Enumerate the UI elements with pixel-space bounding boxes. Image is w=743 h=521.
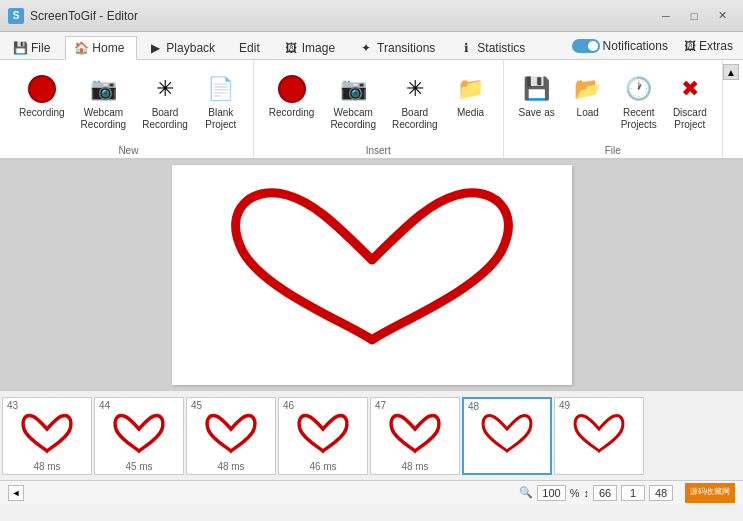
window-controls: ─ □ ✕ — [653, 6, 735, 26]
y-value: 1 — [621, 485, 645, 501]
film-frame-48[interactable]: 48 — [462, 397, 552, 475]
extras-menu[interactable]: 🖼 Extras — [678, 37, 739, 55]
insert-board-icon: ✳ — [399, 73, 431, 105]
file-group-label: File — [605, 141, 621, 156]
extras-label: Extras — [699, 39, 733, 53]
notifications-switch[interactable] — [572, 39, 600, 53]
ribbon-insert-board[interactable]: ✳ BoardRecording — [385, 68, 445, 136]
statistics-tab-label: Statistics — [477, 41, 525, 55]
frame-preview-43 — [17, 411, 77, 461]
ribbon: Recording 📷 WebcamRecording ✳ BoardRecor… — [0, 60, 743, 160]
statusbar: ◄ 🔍 100 % ↕ 66 1 48 源码收藏网 — [0, 480, 743, 504]
home-tab-label: Home — [92, 41, 124, 55]
discard-project-label: DiscardProject — [673, 107, 707, 131]
film-frame-43[interactable]: 43 48 ms — [2, 397, 92, 475]
frame-time-44: 45 ms — [125, 461, 152, 472]
titlebar: S ScreenToGif - Editor ─ □ ✕ — [0, 0, 743, 32]
board-icon: ✳ — [149, 73, 181, 105]
transitions-tab-icon: ✦ — [359, 41, 373, 55]
frame-time-43: 48 ms — [33, 461, 60, 472]
recent-icon: 🕐 — [623, 73, 655, 105]
ribbon-insert-recording[interactable]: Recording — [262, 68, 322, 124]
ribbon-webcam-recording[interactable]: 📷 WebcamRecording — [74, 68, 134, 136]
ribbon-recent-projects[interactable]: 🕐 RecentProjects — [614, 68, 664, 136]
recent-projects-label: RecentProjects — [621, 107, 657, 131]
app-icon: S — [8, 8, 24, 24]
frame-time-46: 46 ms — [309, 461, 336, 472]
minimize-button[interactable]: ─ — [653, 6, 679, 26]
percent-label: % — [570, 487, 580, 499]
frame-preview-44 — [109, 411, 169, 461]
ribbon-media[interactable]: 📁 Media — [447, 68, 495, 124]
tab-statistics[interactable]: ℹ Statistics — [450, 35, 538, 59]
insert-webcam-label: WebcamRecording — [330, 107, 376, 131]
statusbar-zoom: 🔍 100 % ↕ 66 1 48 — [519, 485, 673, 501]
blank-icon: 📄 — [205, 73, 237, 105]
x-value: 66 — [593, 485, 617, 501]
ribbon-recording[interactable]: Recording — [12, 68, 72, 124]
file-tab-icon: 💾 — [13, 41, 27, 55]
maximize-button[interactable]: □ — [681, 6, 707, 26]
image-tab-label: Image — [302, 41, 335, 55]
frame-number-43: 43 — [7, 400, 18, 411]
film-frame-47[interactable]: 47 48 ms — [370, 397, 460, 475]
arrow-icon: ↕ — [584, 487, 590, 499]
statistics-tab-icon: ℹ — [459, 41, 473, 55]
film-frame-44[interactable]: 44 45 ms — [94, 397, 184, 475]
ribbon-load[interactable]: 📂 Load — [564, 68, 612, 124]
ribbon-save-as[interactable]: 💾 Save as — [512, 68, 562, 124]
zoom-icon: 🔍 — [519, 486, 533, 499]
filmstrip: 43 48 ms 44 45 ms 45 48 ms 46 46 ms 47 4… — [0, 390, 743, 480]
film-frame-46[interactable]: 46 46 ms — [278, 397, 368, 475]
watermark-badge: 源码收藏网 — [685, 483, 735, 503]
recording-icon — [26, 73, 58, 105]
notifications-label: Notifications — [603, 39, 668, 53]
insert-recording-icon — [276, 73, 308, 105]
ribbon-discard-project[interactable]: ✖ DiscardProject — [666, 68, 714, 136]
load-icon: 📂 — [572, 73, 604, 105]
menu-right: Notifications 🖼 Extras — [566, 37, 739, 59]
transitions-tab-label: Transitions — [377, 41, 435, 55]
ribbon-file-items: 💾 Save as 📂 Load 🕐 RecentProjects ✖ Disc… — [512, 64, 714, 141]
tab-transitions[interactable]: ✦ Transitions — [350, 35, 448, 59]
frame-preview-49 — [569, 411, 629, 461]
ribbon-group-file: 💾 Save as 📂 Load 🕐 RecentProjects ✖ Disc… — [504, 60, 723, 158]
frame-number-45: 45 — [191, 400, 202, 411]
ribbon-collapse-button[interactable]: ▲ — [723, 64, 739, 80]
insert-recording-label: Recording — [269, 107, 315, 119]
tab-edit[interactable]: Edit — [230, 35, 273, 59]
frame-preview-45 — [201, 411, 261, 461]
ribbon-new-items: Recording 📷 WebcamRecording ✳ BoardRecor… — [12, 64, 245, 141]
ribbon-board-recording[interactable]: ✳ BoardRecording — [135, 68, 195, 136]
file-tab-label: File — [31, 41, 50, 55]
insert-group-label: Insert — [366, 141, 391, 156]
film-frame-45[interactable]: 45 48 ms — [186, 397, 276, 475]
film-frame-49[interactable]: 49 — [554, 397, 644, 475]
canvas-content — [182, 170, 562, 380]
playback-tab-icon: ▶ — [148, 41, 162, 55]
frame-preview-48 — [477, 411, 537, 461]
tab-home[interactable]: 🏠 Home — [65, 36, 137, 60]
home-tab-icon: 🏠 — [74, 41, 88, 55]
ribbon-insert-webcam[interactable]: 📷 WebcamRecording — [323, 68, 383, 136]
tab-playback[interactable]: ▶ Playback — [139, 35, 228, 59]
frame-preview-46 — [293, 411, 353, 461]
insert-webcam-icon: 📷 — [337, 73, 369, 105]
close-button[interactable]: ✕ — [709, 6, 735, 26]
frame-time-45: 48 ms — [217, 461, 244, 472]
ribbon-blank-project[interactable]: 📄 BlankProject — [197, 68, 245, 136]
notifications-toggle[interactable]: Notifications — [566, 37, 674, 55]
webcam-icon: 📷 — [87, 73, 119, 105]
frame-number-44: 44 — [99, 400, 110, 411]
window-title: ScreenToGif - Editor — [30, 9, 653, 23]
tab-image[interactable]: 🖼 Image — [275, 35, 348, 59]
edit-tab-label: Edit — [239, 41, 260, 55]
tab-file[interactable]: 💾 File — [4, 35, 63, 59]
frame-time-47: 48 ms — [401, 461, 428, 472]
ribbon-group-insert: Recording 📷 WebcamRecording ✳ BoardRecor… — [254, 60, 504, 158]
media-icon: 📁 — [455, 73, 487, 105]
new-group-label: New — [118, 141, 138, 156]
webcam-recording-label: WebcamRecording — [81, 107, 127, 131]
nav-left-button[interactable]: ◄ — [8, 485, 24, 501]
extras-icon: 🖼 — [684, 39, 696, 53]
